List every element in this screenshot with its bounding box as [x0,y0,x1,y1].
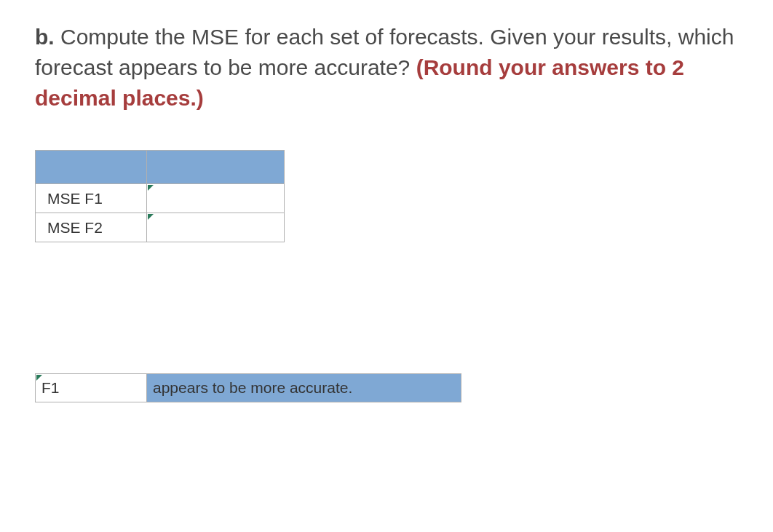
mse-f2-input[interactable] [147,213,284,242]
header-cell-left [36,151,147,184]
mse-f2-input-cell [147,213,285,242]
mse-f1-label: MSE F1 [36,184,147,213]
table-row: MSE F2 [36,213,285,242]
mse-f1-input-cell [147,184,285,213]
mse-f1-input[interactable] [147,184,284,213]
forecast-select-cell [36,374,147,402]
conclusion-text: appears to be more accurate. [147,374,461,402]
mse-table: MSE F1 MSE F2 [35,150,285,242]
table-row: MSE F1 [36,184,285,213]
input-marker-icon [148,214,154,220]
question-prompt: b. Compute the MSE for each set of forec… [35,22,738,114]
header-cell-right [147,151,285,184]
input-marker-icon [148,185,154,191]
table-header-row [36,151,285,184]
input-marker-icon [36,375,42,381]
mse-f2-label: MSE F2 [36,213,147,242]
conclusion-row: appears to be more accurate. [35,373,461,402]
forecast-select-input[interactable] [36,374,146,402]
question-label: b. [35,25,55,49]
